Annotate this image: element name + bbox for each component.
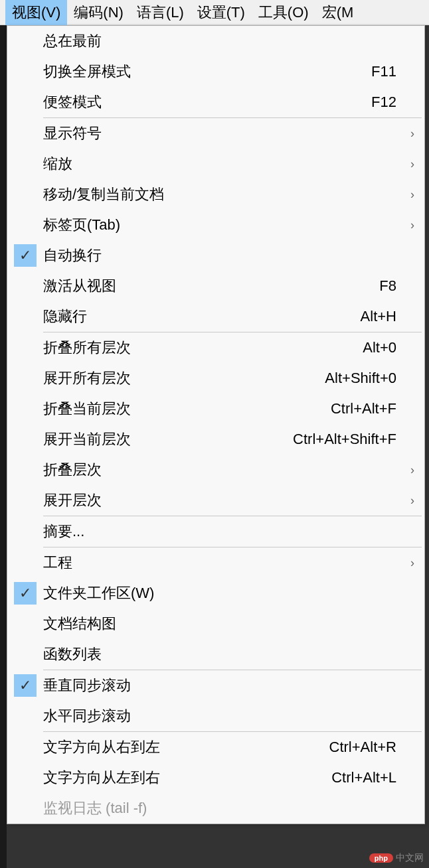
check-column: ✓: [7, 582, 43, 605]
menu-item-label: 隐藏行: [43, 307, 361, 326]
menu-item-shortcut: F11: [371, 63, 406, 80]
menu-item-move-copy-doc[interactable]: 移动/复制当前文档›: [7, 179, 424, 210]
submenu-arrow-icon: ›: [406, 127, 424, 141]
menu-item-shortcut: F8: [379, 277, 406, 295]
menu-item-unfold-level[interactable]: 展开层次›: [7, 485, 424, 516]
menu-item-sync-horizontal-scroll[interactable]: 水平同步滚动: [7, 701, 424, 731]
menu-item-label: 摘要...: [43, 522, 396, 542]
watermark-text: 中文网: [396, 852, 424, 864]
menu-item-label: 监视日志 (tail -f): [43, 798, 396, 818]
check-icon: ✓: [14, 244, 37, 267]
menu-item-fold-all[interactable]: 折叠所有层次Alt+0: [7, 332, 424, 363]
menu-item-fold-current[interactable]: 折叠当前层次Ctrl+Alt+F: [7, 394, 424, 424]
menu-item-show-symbols[interactable]: 显示符号›: [7, 118, 424, 149]
menu-item-shortcut: Alt+H: [361, 308, 406, 325]
menu-encoding[interactable]: 编码(N): [67, 0, 130, 25]
menu-tools[interactable]: 工具(O): [252, 0, 315, 25]
menu-item-tabs[interactable]: 标签页(Tab)›: [7, 210, 424, 240]
watermark-badge: php: [369, 853, 393, 863]
menu-view[interactable]: 视图(V): [5, 0, 67, 25]
menu-item-label: 标签页(Tab): [43, 215, 396, 235]
menu-item-label: 文档结构图: [43, 614, 396, 634]
background-strip: [0, 25, 7, 868]
submenu-arrow-icon: ›: [406, 188, 424, 202]
menu-item-label: 文件夹工作区(W): [43, 583, 396, 603]
menu-language[interactable]: 语言(L): [130, 0, 191, 25]
menubar: 视图(V) 编码(N) 语言(L) 设置(T) 工具(O) 宏(M: [0, 0, 429, 25]
menu-item-summary[interactable]: 摘要...: [7, 516, 424, 547]
submenu-arrow-icon: ›: [406, 463, 424, 477]
menu-item-label: 工程: [43, 553, 396, 573]
menu-item-label: 展开层次: [43, 490, 396, 510]
menu-item-shortcut: Alt+0: [363, 339, 406, 356]
menu-item-label: 折叠所有层次: [43, 338, 363, 358]
submenu-arrow-icon: ›: [406, 494, 424, 508]
menu-item-text-rtl[interactable]: 文字方向从右到左Ctrl+Alt+R: [7, 732, 424, 762]
menu-item-zoom[interactable]: 缩放›: [7, 149, 424, 179]
menu-macro[interactable]: 宏(M: [315, 0, 361, 25]
menu-item-label: 文字方向从左到右: [43, 768, 331, 788]
menu-item-label: 激活从视图: [43, 276, 379, 296]
menu-item-activate-sub-view[interactable]: 激活从视图F8: [7, 271, 424, 301]
submenu-arrow-icon: ›: [406, 556, 424, 570]
menu-item-label: 便签模式: [43, 92, 371, 112]
menu-settings[interactable]: 设置(T): [191, 0, 252, 25]
check-icon: ✓: [14, 674, 37, 697]
menu-item-hide-lines[interactable]: 隐藏行Alt+H: [7, 301, 424, 332]
menu-item-label: 水平同步滚动: [43, 706, 396, 726]
menu-item-always-on-top[interactable]: 总在最前: [7, 26, 424, 56]
check-column: ✓: [7, 674, 43, 697]
menu-item-project[interactable]: 工程›: [7, 547, 424, 578]
menu-item-shortcut: Ctrl+Alt+Shift+F: [293, 431, 406, 448]
view-dropdown: 总在最前切换全屏模式F11便签模式F12显示符号›缩放›移动/复制当前文档›标签…: [7, 25, 425, 824]
menu-item-label: 缩放: [43, 154, 396, 174]
menu-item-label: 折叠当前层次: [43, 399, 331, 419]
menu-item-fold-level[interactable]: 折叠层次›: [7, 455, 424, 485]
menu-item-folder-workspace[interactable]: ✓文件夹工作区(W): [7, 578, 424, 609]
menu-item-shortcut: Ctrl+Alt+L: [331, 769, 406, 786]
menu-item-label: 展开所有层次: [43, 368, 325, 388]
menu-item-label: 移动/复制当前文档: [43, 184, 396, 204]
submenu-arrow-icon: ›: [406, 218, 424, 232]
check-column: ✓: [7, 244, 43, 267]
menu-item-shortcut: F12: [371, 94, 406, 111]
menu-item-sticky-note-mode[interactable]: 便签模式F12: [7, 87, 424, 117]
menu-item-sync-vertical-scroll[interactable]: ✓垂直同步滚动: [7, 670, 424, 701]
check-icon: ✓: [14, 582, 37, 605]
menu-item-label: 折叠层次: [43, 460, 396, 480]
menu-item-label: 文字方向从右到左: [43, 737, 329, 757]
menu-item-label: 函数列表: [43, 644, 396, 664]
menu-item-label: 总在最前: [43, 31, 396, 51]
menu-item-text-ltr[interactable]: 文字方向从左到右Ctrl+Alt+L: [7, 762, 424, 793]
menu-item-toggle-fullscreen[interactable]: 切换全屏模式F11: [7, 56, 424, 87]
menu-item-word-wrap[interactable]: ✓自动换行: [7, 240, 424, 271]
menu-item-unfold-all[interactable]: 展开所有层次Alt+Shift+0: [7, 363, 424, 394]
menu-item-doc-map[interactable]: 文档结构图: [7, 609, 424, 639]
menu-item-shortcut: Ctrl+Alt+R: [329, 739, 406, 756]
menu-item-monitor-log: 监视日志 (tail -f): [7, 793, 424, 824]
menu-item-label: 展开当前层次: [43, 429, 293, 449]
submenu-arrow-icon: ›: [406, 157, 424, 171]
menu-item-label: 显示符号: [43, 123, 396, 143]
watermark: php 中文网: [369, 852, 424, 864]
menu-item-label: 切换全屏模式: [43, 62, 371, 82]
menu-item-shortcut: Ctrl+Alt+F: [331, 400, 406, 417]
menu-item-label: 自动换行: [43, 246, 396, 265]
menu-item-function-list[interactable]: 函数列表: [7, 639, 424, 670]
menu-item-label: 垂直同步滚动: [43, 676, 396, 695]
menu-item-unfold-current[interactable]: 展开当前层次Ctrl+Alt+Shift+F: [7, 424, 424, 455]
menu-item-shortcut: Alt+Shift+0: [325, 370, 406, 387]
